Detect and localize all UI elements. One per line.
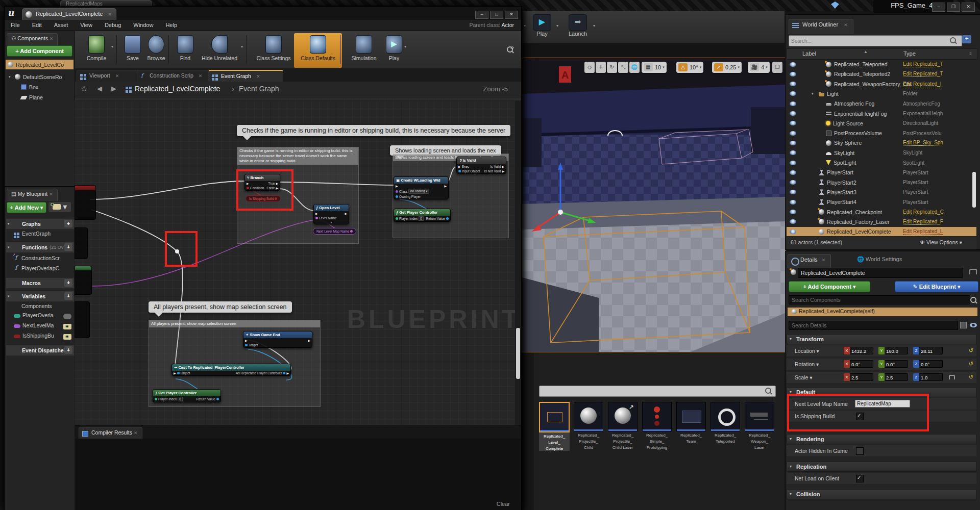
- maximize-button[interactable]: □: [490, 11, 503, 19]
- my-blueprint-row[interactable]: Functions (21 Ov +: [6, 242, 75, 253]
- actor-type[interactable]: Edit Replicated_T: [903, 71, 943, 77]
- breadcrumb-root[interactable]: Replicated_LevelComplete: [135, 85, 220, 93]
- back-arrow-icon[interactable]: ◀: [97, 85, 102, 92]
- maximize-viewport-icon[interactable]: ❐: [772, 62, 782, 73]
- x-value-field[interactable]: X0.0°: [844, 360, 873, 368]
- public-eye-icon[interactable]: [63, 334, 71, 340]
- visibility-eye-icon[interactable]: [790, 91, 796, 96]
- actor-type[interactable]: PlayerStart: [903, 189, 928, 195]
- private-eye-icon[interactable]: [63, 314, 71, 319]
- play-options-chevron-icon[interactable]: ▾: [556, 23, 558, 28]
- show-hidden-eye-icon[interactable]: [970, 323, 977, 327]
- outliner-row[interactable]: ▾ Replicated_Teleported2 Edit Replicated…: [787, 69, 976, 79]
- play-button[interactable]: ▶Play: [381, 33, 407, 68]
- actor-type[interactable]: Folder: [903, 91, 917, 96]
- outliner-row[interactable]: ▾ Replicated_Checkpoint Edit Replicated_…: [787, 208, 976, 217]
- favorite-star-icon[interactable]: ☆: [81, 84, 87, 93]
- parent-class-link[interactable]: Actor: [501, 22, 514, 28]
- actor-type[interactable]: PlayerStart: [903, 199, 928, 205]
- move-tool-icon[interactable]: ✛: [596, 62, 606, 73]
- menu-item[interactable]: Help: [159, 20, 183, 28]
- close-button[interactable]: ✕: [505, 11, 518, 19]
- view-options-button[interactable]: 👁 View Options ▾: [920, 239, 962, 245]
- add-component-button[interactable]: + Add Component ▾: [789, 281, 870, 292]
- z-value-field[interactable]: Z1.0: [913, 373, 943, 381]
- x-value-field[interactable]: X2.5: [844, 373, 873, 381]
- launch-button[interactable]: ➦ Launch: [565, 14, 591, 37]
- z-value-field[interactable]: Z0.0°: [913, 360, 943, 368]
- visibility-eye-icon[interactable]: [790, 121, 796, 125]
- reset-to-default-icon[interactable]: ↺: [969, 361, 973, 367]
- asset-tile[interactable]: Replicated_ Simple_ Prototyping: [642, 402, 672, 450]
- node-cast-to-replicated-playercontroller[interactable]: ⇥ Cast To Replicated_PlayerController ▶O…: [172, 364, 291, 376]
- actor-type[interactable]: Edit Replicated_F: [903, 219, 943, 225]
- visibility-eye-icon[interactable]: [790, 200, 796, 205]
- class-dropdown[interactable]: WLoading ▾: [408, 189, 429, 194]
- menu-item[interactable]: Debug: [99, 20, 127, 28]
- graph-vertical-scrollbar[interactable]: [515, 100, 521, 425]
- node-show-game-end[interactable]: ✦ Show Game End ▶▶ Target: [243, 331, 312, 348]
- outliner-row[interactable]: ▾ PostProcessVolume PostProcessVolu: [787, 129, 976, 138]
- level-viewport[interactable]: A ◇ ✛ ↻ ⤡ 🌐 ▦ 10▾ △ 10°▾ ↗ 0,25▾ 🎥 4▾ ❐: [522, 58, 786, 352]
- outliner-row[interactable]: ▾ Light Source DirectionalLight: [787, 119, 976, 128]
- clipped-node[interactable]: [75, 266, 92, 295]
- asset-tile[interactable]: Replicated_ Team: [676, 402, 706, 445]
- play-options-chevron-icon[interactable]: ▾: [404, 44, 406, 49]
- outliner-row[interactable]: ▾ ExponentialHeightFog ExponentialHeigh: [787, 109, 976, 118]
- tab-world-outliner[interactable]: World Outliner ✕: [789, 19, 853, 34]
- content-browser-sources-strip[interactable]: [522, 353, 534, 510]
- visibility-eye-icon[interactable]: [790, 210, 796, 214]
- zoom-to-fit-icon[interactable]: [507, 46, 513, 53]
- asset-tile[interactable]: Replicated_ Weapon_ Laser: [744, 402, 775, 450]
- lock-icon[interactable]: [969, 269, 977, 274]
- outliner-scrollbar[interactable]: [972, 172, 976, 208]
- visibility-eye-icon[interactable]: [790, 190, 796, 194]
- browse-button[interactable]: Browse: [141, 33, 172, 68]
- my-blueprint-row[interactable]: Components +: [6, 303, 74, 309]
- actor-type[interactable]: Edit Replicated_C: [903, 209, 944, 215]
- section-collision[interactable]: Collision: [787, 489, 976, 499]
- z-value-field[interactable]: Z28.11: [913, 347, 943, 354]
- close-tab-icon[interactable]: ✕: [108, 12, 112, 17]
- node-next-level-map-name-getter[interactable]: Next Level Map Name: [313, 228, 356, 235]
- outliner-column-headers[interactable]: Label ▲ Type ≡: [787, 48, 977, 60]
- visibility-eye-icon[interactable]: [790, 161, 796, 165]
- clipped-node[interactable]: [75, 185, 96, 220]
- transform-row-label[interactable]: Location ▾: [795, 348, 819, 354]
- asset-tile[interactable]: Replicated_ Projectile_ Child: [573, 402, 604, 450]
- outliner-row[interactable]: ▾ Replicated_Teleported Edit Replicated_…: [787, 60, 976, 69]
- actor-type[interactable]: AtmosphericFog: [903, 101, 940, 107]
- minimize-button[interactable]: –: [932, 3, 945, 12]
- rotation-snap-control[interactable]: △ 10°▾: [676, 62, 703, 73]
- my-blueprint-row[interactable]: PlayerOverla +: [6, 312, 74, 318]
- outliner-row[interactable]: ▾ SkyLight SkyLight: [787, 148, 976, 158]
- edit-blueprint-button[interactable]: ✎ Edit Blueprint ▾: [895, 281, 978, 292]
- actor-type[interactable]: PlayerStart: [903, 170, 928, 175]
- hide-unrelated-chevron-icon[interactable]: ▾: [241, 44, 243, 49]
- menu-item[interactable]: Edit: [26, 20, 48, 28]
- outliner-row[interactable]: ▾ Replicated_WeaponFactory_Chi Edit Repl…: [787, 80, 976, 89]
- node-get-player-controller[interactable]: ƒ Get Player Controller Player Index 0Re…: [394, 209, 451, 222]
- outliner-row[interactable]: ▾ PlayerStart3 PlayerStart: [787, 188, 976, 197]
- reset-to-default-icon[interactable]: ↺: [969, 374, 973, 380]
- my-blueprint-row[interactable]: Graphs +: [6, 218, 75, 230]
- forward-arrow-icon[interactable]: ▶: [111, 85, 116, 92]
- clipped-node[interactable]: [75, 301, 90, 338]
- rotate-tool-icon[interactable]: ↻: [607, 62, 617, 73]
- transform-row-label[interactable]: Rotation ▾: [795, 361, 819, 367]
- asset-tile[interactable]: Replicated_ Level_ Complete: [539, 402, 570, 451]
- close-button[interactable]: ✕: [962, 3, 975, 12]
- hide-unrelated-button[interactable]: Hide Unrelated: [194, 33, 245, 68]
- select-tool-icon[interactable]: ◇: [584, 62, 595, 73]
- asset-tile[interactable]: Replicated_ Teleported: [710, 402, 741, 445]
- component-row-box[interactable]: Box: [6, 82, 74, 92]
- add-icon[interactable]: +: [64, 279, 72, 287]
- visibility-eye-icon[interactable]: [790, 62, 796, 67]
- tab-world-settings[interactable]: 🌐 World Settings: [857, 256, 902, 263]
- actor-type[interactable]: ExponentialHeigh: [903, 111, 943, 116]
- actor-type[interactable]: PlayerStart: [903, 180, 928, 185]
- breadcrumb-current[interactable]: Event Graph: [239, 85, 279, 93]
- section-rendering[interactable]: Rendering: [787, 434, 976, 444]
- outliner-row[interactable]: ▾ PlayerStart2 PlayerStart: [787, 178, 976, 187]
- display-filter-icon[interactable]: [960, 322, 967, 328]
